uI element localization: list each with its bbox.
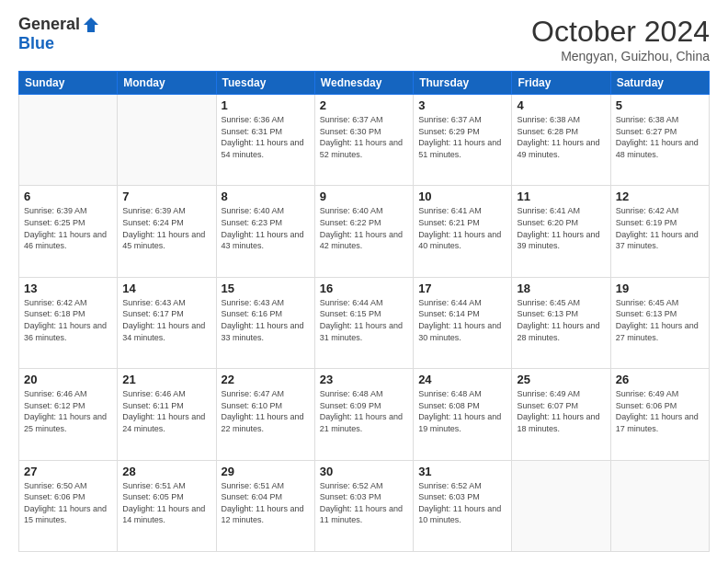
day-number: 8: [222, 190, 310, 203]
day-info: Sunrise: 6:41 AM Sunset: 6:20 PM Dayligh…: [517, 205, 605, 251]
calendar-cell: 4Sunrise: 6:38 AM Sunset: 6:28 PM Daylig…: [512, 95, 610, 186]
calendar-cell: 1Sunrise: 6:36 AM Sunset: 6:31 PM Daylig…: [216, 95, 314, 186]
day-number: 6: [24, 190, 112, 203]
day-number: 10: [418, 190, 506, 203]
month-title: October 2024: [531, 15, 710, 49]
day-number: 24: [418, 373, 506, 386]
calendar-header-row: Sunday Monday Tuesday Wednesday Thursday…: [19, 72, 710, 95]
calendar-week-2: 13Sunrise: 6:42 AM Sunset: 6:18 PM Dayli…: [19, 277, 710, 368]
day-info: Sunrise: 6:37 AM Sunset: 6:30 PM Dayligh…: [320, 114, 408, 160]
day-number: 26: [616, 373, 704, 386]
calendar-cell: 16Sunrise: 6:44 AM Sunset: 6:15 PM Dayli…: [314, 277, 413, 368]
calendar-cell: 12Sunrise: 6:42 AM Sunset: 6:19 PM Dayli…: [610, 186, 709, 277]
day-info: Sunrise: 6:45 AM Sunset: 6:13 PM Dayligh…: [616, 297, 704, 343]
calendar-cell: 7Sunrise: 6:39 AM Sunset: 6:24 PM Daylig…: [118, 186, 216, 277]
day-number: 1: [222, 98, 310, 112]
day-number: 11: [517, 190, 605, 203]
day-number: 16: [320, 282, 408, 295]
calendar-cell: 20Sunrise: 6:46 AM Sunset: 6:12 PM Dayli…: [19, 369, 118, 460]
calendar-cell: [118, 95, 216, 186]
calendar-cell: 10Sunrise: 6:41 AM Sunset: 6:21 PM Dayli…: [414, 186, 512, 277]
day-number: 15: [222, 282, 310, 295]
day-number: 13: [24, 282, 112, 295]
calendar-cell: 15Sunrise: 6:43 AM Sunset: 6:16 PM Dayli…: [216, 277, 314, 368]
day-info: Sunrise: 6:51 AM Sunset: 6:04 PM Dayligh…: [222, 480, 310, 526]
calendar-cell: 22Sunrise: 6:47 AM Sunset: 6:10 PM Dayli…: [216, 369, 314, 460]
day-number: 4: [517, 98, 605, 112]
logo: General Blue: [18, 15, 100, 53]
day-info: Sunrise: 6:43 AM Sunset: 6:16 PM Dayligh…: [222, 297, 310, 343]
day-number: 12: [616, 190, 704, 203]
day-number: 21: [122, 373, 210, 386]
calendar-cell: 14Sunrise: 6:43 AM Sunset: 6:17 PM Dayli…: [118, 277, 216, 368]
day-info: Sunrise: 6:44 AM Sunset: 6:15 PM Dayligh…: [320, 297, 408, 343]
calendar-cell: 13Sunrise: 6:42 AM Sunset: 6:18 PM Dayli…: [19, 277, 118, 368]
header: General Blue October 2024 Mengyan, Guizh…: [18, 15, 710, 63]
day-info: Sunrise: 6:45 AM Sunset: 6:13 PM Dayligh…: [517, 297, 605, 343]
day-info: Sunrise: 6:38 AM Sunset: 6:27 PM Dayligh…: [616, 114, 704, 160]
day-info: Sunrise: 6:39 AM Sunset: 6:24 PM Dayligh…: [122, 205, 210, 251]
day-number: 27: [24, 465, 112, 478]
day-number: 9: [320, 190, 408, 203]
day-number: 28: [122, 465, 210, 478]
day-info: Sunrise: 6:49 AM Sunset: 6:06 PM Dayligh…: [616, 388, 704, 434]
day-info: Sunrise: 6:40 AM Sunset: 6:23 PM Dayligh…: [222, 205, 310, 251]
day-info: Sunrise: 6:52 AM Sunset: 6:03 PM Dayligh…: [418, 480, 506, 526]
calendar-cell: 21Sunrise: 6:46 AM Sunset: 6:11 PM Dayli…: [118, 369, 216, 460]
calendar-cell: 29Sunrise: 6:51 AM Sunset: 6:04 PM Dayli…: [216, 460, 314, 551]
calendar-cell: 24Sunrise: 6:48 AM Sunset: 6:08 PM Dayli…: [414, 369, 512, 460]
day-number: 22: [222, 373, 310, 386]
day-number: 23: [320, 373, 408, 386]
calendar-cell: 26Sunrise: 6:49 AM Sunset: 6:06 PM Dayli…: [610, 369, 709, 460]
calendar-cell: 18Sunrise: 6:45 AM Sunset: 6:13 PM Dayli…: [512, 277, 610, 368]
day-number: 20: [24, 373, 112, 386]
day-number: 30: [320, 465, 408, 478]
day-info: Sunrise: 6:48 AM Sunset: 6:09 PM Dayligh…: [320, 388, 408, 434]
calendar-cell: 19Sunrise: 6:45 AM Sunset: 6:13 PM Dayli…: [610, 277, 709, 368]
calendar-week-0: 1Sunrise: 6:36 AM Sunset: 6:31 PM Daylig…: [19, 95, 710, 186]
day-info: Sunrise: 6:40 AM Sunset: 6:22 PM Dayligh…: [320, 205, 408, 251]
day-info: Sunrise: 6:37 AM Sunset: 6:29 PM Dayligh…: [418, 114, 506, 160]
day-number: 14: [122, 282, 210, 295]
day-info: Sunrise: 6:39 AM Sunset: 6:25 PM Dayligh…: [24, 205, 112, 251]
calendar-cell: 25Sunrise: 6:49 AM Sunset: 6:07 PM Dayli…: [512, 369, 610, 460]
day-number: 25: [517, 373, 605, 386]
logo-icon: [82, 16, 100, 34]
col-friday: Friday: [512, 72, 610, 95]
day-number: 18: [517, 282, 605, 295]
day-info: Sunrise: 6:51 AM Sunset: 6:05 PM Dayligh…: [122, 480, 210, 526]
location: Mengyan, Guizhou, China: [531, 49, 710, 63]
day-number: 19: [616, 282, 704, 295]
logo-general-text: General: [18, 15, 80, 34]
calendar-week-3: 20Sunrise: 6:46 AM Sunset: 6:12 PM Dayli…: [19, 369, 710, 460]
col-tuesday: Tuesday: [216, 72, 314, 95]
day-number: 5: [616, 98, 704, 112]
day-info: Sunrise: 6:43 AM Sunset: 6:17 PM Dayligh…: [122, 297, 210, 343]
day-number: 2: [320, 98, 408, 112]
calendar-week-4: 27Sunrise: 6:50 AM Sunset: 6:06 PM Dayli…: [19, 460, 710, 551]
calendar-cell: 23Sunrise: 6:48 AM Sunset: 6:09 PM Dayli…: [314, 369, 413, 460]
col-monday: Monday: [118, 72, 216, 95]
calendar-cell: 28Sunrise: 6:51 AM Sunset: 6:05 PM Dayli…: [118, 460, 216, 551]
day-info: Sunrise: 6:48 AM Sunset: 6:08 PM Dayligh…: [418, 388, 506, 434]
calendar-cell: 27Sunrise: 6:50 AM Sunset: 6:06 PM Dayli…: [19, 460, 118, 551]
page: General Blue October 2024 Mengyan, Guizh…: [0, 0, 728, 563]
calendar-cell: 17Sunrise: 6:44 AM Sunset: 6:14 PM Dayli…: [414, 277, 512, 368]
calendar-cell: 9Sunrise: 6:40 AM Sunset: 6:22 PM Daylig…: [314, 186, 413, 277]
day-info: Sunrise: 6:42 AM Sunset: 6:18 PM Dayligh…: [24, 297, 112, 343]
day-info: Sunrise: 6:50 AM Sunset: 6:06 PM Dayligh…: [24, 480, 112, 526]
calendar-cell: 30Sunrise: 6:52 AM Sunset: 6:03 PM Dayli…: [314, 460, 413, 551]
calendar-cell: 2Sunrise: 6:37 AM Sunset: 6:30 PM Daylig…: [314, 95, 413, 186]
day-info: Sunrise: 6:46 AM Sunset: 6:11 PM Dayligh…: [122, 388, 210, 434]
day-info: Sunrise: 6:49 AM Sunset: 6:07 PM Dayligh…: [517, 388, 605, 434]
day-info: Sunrise: 6:42 AM Sunset: 6:19 PM Dayligh…: [616, 205, 704, 251]
calendar-cell: 8Sunrise: 6:40 AM Sunset: 6:23 PM Daylig…: [216, 186, 314, 277]
calendar-cell: [512, 460, 610, 551]
day-number: 29: [222, 465, 310, 478]
day-info: Sunrise: 6:46 AM Sunset: 6:12 PM Dayligh…: [24, 388, 112, 434]
day-info: Sunrise: 6:36 AM Sunset: 6:31 PM Dayligh…: [222, 114, 310, 160]
col-wednesday: Wednesday: [314, 72, 413, 95]
calendar-cell: 6Sunrise: 6:39 AM Sunset: 6:25 PM Daylig…: [19, 186, 118, 277]
logo-blue-text: Blue: [18, 34, 54, 53]
day-info: Sunrise: 6:52 AM Sunset: 6:03 PM Dayligh…: [320, 480, 408, 526]
